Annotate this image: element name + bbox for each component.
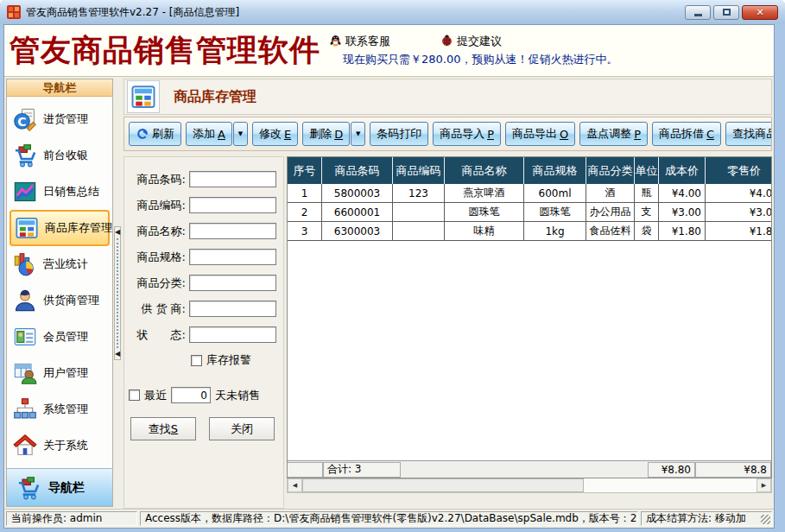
column-header[interactable]: 商品编码 [393,157,445,184]
splitter-handle[interactable] [117,238,118,348]
client-area: 管友商品销售管理软件 联系客服 提交建议 现在购买只需￥280.00，预购从速！… [3,24,775,529]
sidebar-item-daily-sales[interactable]: 日销售总结 [9,174,110,210]
search-button[interactable]: 查找S [130,417,196,440]
sidebar-splitter[interactable]: ◀ ◀ [113,77,122,509]
table-cell: 600ml [524,184,586,202]
column-header[interactable]: 零售价 [706,157,772,184]
table-cell: 1 [288,184,322,202]
submit-suggestion-link[interactable]: 提交建议 [440,34,502,49]
column-header[interactable]: 序号 [288,157,322,184]
barcode-label: 商品条码: [129,172,186,187]
table-row[interactable]: 26600001圆珠笔圆珠笔办公用品支¥3.00¥3.00 [288,203,771,222]
toolbar-delete-button[interactable]: 删除D [302,122,350,146]
close-form-button[interactable]: 关闭 [209,417,275,440]
table-cell: 食品佐料 [586,222,635,240]
table-cell: 6600001 [322,203,393,221]
status-input[interactable] [189,326,276,343]
sidebar-item-member[interactable]: 会员管理 [9,319,110,355]
sidebar-item-purchase[interactable]: C进货管理 [9,101,110,137]
maximize-icon [723,9,731,16]
sidebar-item-user[interactable]: 用户管理 [9,355,110,391]
recent-checkbox[interactable] [129,390,140,401]
toolbar-add-dropdown[interactable]: ▼ [233,122,248,146]
operator-status: 当前操作员: admin [6,511,137,526]
toolbar-import-button[interactable]: 商品导入P [433,122,501,146]
about-icon [12,433,38,459]
column-header[interactable]: 成本价 [659,157,706,184]
contact-support-link[interactable]: 联系客服 [329,34,390,49]
promo-text: 现在购买只需￥280.00，预购从速！促销火热进行中。 [343,52,618,67]
stock-alert-checkbox[interactable] [191,355,202,366]
product-code-label: 商品编码: [129,198,186,213]
column-header[interactable]: 商品条码 [322,157,393,184]
column-header[interactable]: 商品名称 [445,157,524,184]
sidebar-footer-nav[interactable]: 导航栏 [7,468,112,506]
title-bar[interactable]: 管友商品销售管理软件v2.27 - [商品信息管理] ✕ [0,0,785,24]
sidebar-item-inventory[interactable]: 商品库存管理 [9,210,110,246]
table-cell: 酒 [586,184,635,202]
window-title: 管友商品销售管理软件v2.27 - [商品信息管理] [26,5,239,20]
toolbar-stock-adjust-button[interactable]: 盘点调整P [579,122,648,146]
sidebar-item-business-stats[interactable]: 营业统计 [9,246,110,282]
table-cell: ¥4.00 [659,184,706,202]
recent-suffix-label: 天未销售 [215,388,260,403]
maximize-button[interactable] [713,5,739,20]
sidebar-item-label: 供货商管理 [43,293,99,308]
brand-title: 管友商品销售管理软件 [9,30,320,71]
toolbar-export-button[interactable]: 商品导出O [505,122,575,146]
toolbar-lend-button[interactable]: 商品拆借C [652,122,721,146]
toolbar-barcode-print-button[interactable]: 条码打印 [370,122,428,146]
sidebar-item-label: 用户管理 [43,365,88,381]
toolbar-refresh-button[interactable]: 刷新 [129,122,181,146]
sidebar-item-cashier[interactable]: 前台收银 [9,137,110,174]
toolbar-find-product-button[interactable]: 查找商品F [725,122,772,146]
sidebar-item-about[interactable]: 关于系统 [9,428,110,464]
table-cell: ¥3.00 [706,203,772,221]
total-cost: ¥8.80 [648,462,695,478]
sidebar-item-label: 会员管理 [43,329,88,345]
cashier-icon [12,142,38,168]
close-button[interactable]: ✕ [742,5,778,20]
supplier-input[interactable] [189,301,276,317]
scroll-left-button[interactable]: ◀ [288,478,302,492]
barcode-input[interactable] [189,171,276,187]
scrollbar-thumb[interactable] [302,478,584,492]
sidebar-item-system[interactable]: 系统管理 [9,391,110,428]
product-code-input[interactable] [189,197,276,213]
toolbar-add-button[interactable]: 添加A [186,122,232,146]
resize-grip[interactable] [761,515,770,524]
recent-days-input[interactable] [171,387,211,403]
table-cell: 圆珠笔 [524,203,586,221]
daily-sales-icon [12,179,38,205]
table-cell: 6300003 [322,222,393,240]
page-title: 商品库存管理 [174,88,256,106]
table-cell: ¥1.80 [706,222,772,240]
table-cell: 3 [288,222,322,240]
minimize-button[interactable] [685,5,711,20]
scroll-right-button[interactable]: ▶ [757,478,771,492]
submit-suggestion-label: 提交建议 [457,34,502,49]
product-category-input[interactable] [189,275,276,291]
horizontal-scrollbar[interactable]: ◀ ▶ [287,478,772,493]
scrollbar-track[interactable] [302,478,757,492]
product-spec-input[interactable] [189,249,276,265]
column-header[interactable]: 商品规格 [524,157,586,184]
sidebar-item-label: 前台收银 [43,148,88,163]
collapse-left-icon[interactable]: ◀ [115,228,120,237]
table-rows: 15800003123燕京啤酒600ml酒瓶¥4.00¥4.0026600001… [288,184,771,241]
toolbar-edit-button[interactable]: 修改E [252,122,298,146]
table-cell [393,222,445,240]
inventory-grid: 序号商品条码商品编码商品名称商品规格商品分类单位成本价零售价 158000031… [287,156,772,478]
table-cell: 支 [635,203,659,221]
toolbar-delete-dropdown[interactable]: ▼ [351,122,365,146]
table-row[interactable]: 15800003123燕京啤酒600ml酒瓶¥4.00¥4.00 [288,184,771,203]
column-header[interactable]: 商品分类 [586,157,635,184]
column-header[interactable]: 单位 [635,157,659,184]
page-header: 商品库存管理 [123,79,772,115]
table-row[interactable]: 36300003味精1kg食品佐料袋¥1.80¥1.80 [288,222,771,241]
sidebar-item-supplier[interactable]: 供货商管理 [9,282,110,319]
product-name-input[interactable] [189,223,276,239]
sidebar-item-label: 营业统计 [43,256,88,272]
collapse-left-icon[interactable]: ◀ [115,350,120,358]
system-icon [12,396,38,422]
